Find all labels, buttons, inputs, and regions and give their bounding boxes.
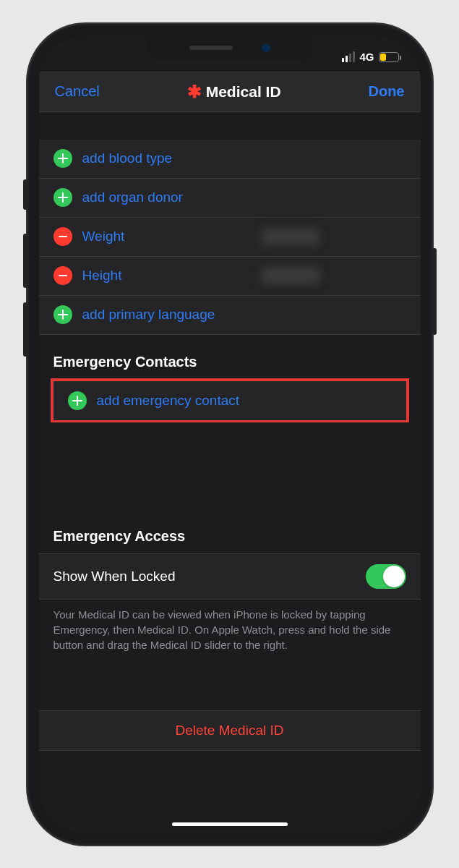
show-when-locked-toggle[interactable] bbox=[366, 564, 406, 589]
speaker bbox=[189, 46, 233, 50]
cancel-button[interactable]: Cancel bbox=[55, 83, 100, 100]
delete-medical-id-button[interactable]: Delete Medical ID bbox=[39, 710, 421, 751]
mute-switch bbox=[23, 179, 27, 210]
minus-icon bbox=[53, 227, 72, 246]
height-label: Height bbox=[82, 268, 122, 284]
page-title: ✱ Medical ID bbox=[187, 83, 281, 101]
show-when-locked-label: Show When Locked bbox=[53, 569, 176, 584]
highlight-box: add emergency contact bbox=[51, 378, 409, 423]
toggle-knob bbox=[383, 566, 405, 587]
medical-asterisk-icon: ✱ bbox=[187, 83, 202, 101]
done-button[interactable]: Done bbox=[368, 83, 404, 100]
home-indicator[interactable] bbox=[172, 822, 288, 826]
volume-up bbox=[23, 234, 27, 288]
plus-icon bbox=[53, 305, 72, 324]
notch bbox=[147, 35, 313, 60]
screen: 4G Cancel ✱ Medical ID Done add blood ty… bbox=[39, 35, 421, 833]
add-blood-type-label: add blood type bbox=[82, 150, 173, 166]
phone-frame: 4G Cancel ✱ Medical ID Done add blood ty… bbox=[27, 24, 432, 845]
emergency-contacts-header: Emergency Contacts bbox=[39, 335, 421, 379]
battery-icon bbox=[379, 52, 399, 62]
volume-down bbox=[23, 302, 27, 357]
nav-bar: Cancel ✱ Medical ID Done bbox=[39, 72, 421, 112]
content-scroll[interactable]: add blood type add organ donor Weight bbox=[39, 112, 421, 833]
add-organ-donor-label: add organ donor bbox=[82, 190, 183, 205]
weight-label: Weight bbox=[82, 229, 125, 244]
show-when-locked-row[interactable]: Show When Locked bbox=[39, 553, 421, 600]
height-row[interactable]: Height bbox=[39, 257, 421, 296]
add-primary-language-row[interactable]: add primary language bbox=[39, 296, 421, 335]
add-primary-language-label: add primary language bbox=[82, 307, 215, 323]
power-button bbox=[432, 248, 437, 335]
emergency-access-header: Emergency Access bbox=[39, 509, 421, 553]
add-organ-donor-row[interactable]: add organ donor bbox=[39, 179, 421, 218]
minus-icon bbox=[53, 266, 72, 285]
add-blood-type-row[interactable]: add blood type bbox=[39, 140, 421, 179]
front-camera bbox=[262, 43, 270, 52]
height-value-blurred bbox=[262, 267, 319, 284]
plus-icon bbox=[53, 188, 72, 207]
add-emergency-contact-label: add emergency contact bbox=[97, 393, 240, 409]
weight-value-blurred bbox=[262, 228, 319, 245]
signal-icon bbox=[342, 51, 355, 62]
add-emergency-contact-row[interactable]: add emergency contact bbox=[53, 381, 406, 420]
network-label: 4G bbox=[359, 51, 374, 63]
plus-icon bbox=[68, 391, 87, 410]
weight-row[interactable]: Weight bbox=[39, 218, 421, 257]
title-text: Medical ID bbox=[206, 83, 281, 101]
plus-icon bbox=[53, 149, 72, 168]
emergency-access-footer: Your Medical ID can be viewed when iPhon… bbox=[39, 600, 421, 667]
